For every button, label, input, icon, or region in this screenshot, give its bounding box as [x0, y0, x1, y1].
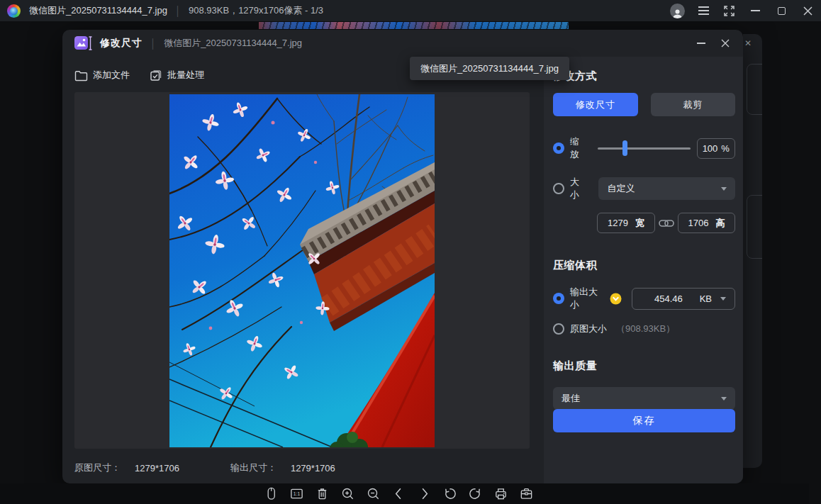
fullscreen-icon[interactable]: [722, 4, 735, 17]
batch-check-icon: [150, 69, 162, 82]
quality-value: 最佳: [562, 392, 580, 405]
close-icon: ✕: [744, 38, 752, 48]
width-suffix: 宽: [635, 217, 644, 230]
toolbox-icon[interactable]: [519, 486, 534, 501]
slider-track: [598, 147, 691, 150]
add-files-label: 添加文件: [93, 69, 130, 82]
settings-panel: 修改方式 修改尺寸 裁剪 缩放 100 % 大小: [544, 57, 743, 483]
trash-icon[interactable]: [315, 486, 330, 501]
app-titlebar: 微信图片_20250731134444_7.jpg │ 908.93KB，127…: [0, 0, 821, 21]
output-size-input[interactable]: 454.46 KB: [632, 288, 735, 310]
preview-image: [169, 94, 435, 447]
vip-badge-icon: [610, 293, 622, 305]
app-logo-icon: [7, 4, 21, 18]
ghost-box: [747, 195, 762, 259]
output-size-radio[interactable]: [553, 293, 564, 304]
dialog-filename: 微信图片_20250731134444_7.jpg: [164, 37, 302, 50]
scale-value-input[interactable]: 100 %: [697, 138, 735, 159]
slider-handle[interactable]: [622, 140, 627, 156]
scale-radio[interactable]: [553, 142, 564, 154]
scale-label: 缩放: [570, 135, 588, 161]
maximize-button[interactable]: [775, 4, 788, 17]
dialog-title: 修改尺寸: [100, 37, 143, 50]
resize-dialog-icon: [74, 35, 93, 51]
tab-crop[interactable]: 裁剪: [651, 93, 736, 116]
original-size-label: 原图尺寸：: [74, 461, 121, 474]
scale-value: 100: [703, 143, 718, 154]
save-button[interactable]: 保存: [553, 409, 735, 432]
chevron-down-icon: [721, 187, 727, 191]
mouse-icon[interactable]: [264, 486, 279, 501]
chevron-down-icon: [721, 397, 727, 401]
dialog-titlebar: 修改尺寸 │ 微信图片_20250731134444_7.jpg: [62, 30, 743, 57]
scale-slider[interactable]: [598, 140, 691, 156]
titlebar-file-meta: 908.93KB，1279x1706像素 - 1/3: [189, 4, 323, 17]
height-value: 1706: [688, 218, 709, 228]
user-avatar[interactable]: [670, 4, 685, 18]
scale-unit: %: [721, 143, 730, 154]
titlebar-filename: 微信图片_20250731134444_7.jpg: [29, 4, 167, 17]
width-input[interactable]: 1279 宽: [597, 213, 655, 233]
size-preset-dropdown[interactable]: 自定义: [598, 177, 735, 200]
dialog-minimize-button[interactable]: [695, 37, 708, 50]
output-size-option-label: 输出大小: [570, 286, 605, 311]
original-size-radio[interactable]: [553, 323, 564, 335]
background-photo-sliver: [259, 22, 569, 29]
output-size-unit: KB: [700, 293, 712, 304]
size-radio[interactable]: [553, 183, 564, 194]
output-size-value: 1279*1706: [291, 463, 335, 474]
minimize-button[interactable]: [749, 4, 761, 17]
size-label: 大小: [570, 176, 588, 201]
original-size-note: （908.93KB）: [616, 323, 675, 335]
dialog-title-separator: │: [150, 38, 156, 49]
previous-image-icon[interactable]: [391, 486, 406, 501]
tab-resize[interactable]: 修改尺寸: [553, 93, 638, 116]
folder-icon: [74, 69, 88, 82]
link-dimensions-icon[interactable]: [659, 217, 674, 230]
resize-dialog: 修改尺寸 │ 微信图片_20250731134444_7.jpg 添加文件: [62, 30, 743, 483]
background-dialog-edge: ✕: [743, 34, 762, 468]
chevron-down-icon: [720, 297, 726, 301]
close-button[interactable]: [801, 4, 814, 17]
height-input[interactable]: 1706 高: [678, 213, 735, 233]
zoom-in-icon[interactable]: [340, 486, 355, 501]
ghost-box: [747, 64, 762, 115]
compress-section-title: 压缩体积: [553, 259, 735, 272]
quality-section-title: 输出质量: [553, 359, 735, 373]
rotate-cw-icon[interactable]: [468, 486, 483, 501]
quality-dropdown[interactable]: 最佳: [553, 387, 735, 410]
original-size-value: 1279*1706: [135, 463, 179, 474]
add-files-button[interactable]: 添加文件: [74, 69, 130, 82]
next-image-icon[interactable]: [417, 486, 432, 501]
output-size-input-value: 454.46: [641, 293, 696, 304]
ratio-1-1-icon[interactable]: 1:1: [289, 486, 304, 501]
batch-process-label: 批量处理: [167, 69, 204, 82]
size-preset-value: 自定义: [607, 182, 635, 195]
width-value: 1279: [608, 218, 628, 228]
dialog-close-button[interactable]: [719, 37, 732, 50]
svg-text:1:1: 1:1: [293, 491, 300, 496]
filename-tooltip: 微信图片_20250731134444_7.jpg: [410, 57, 569, 80]
menu-icon[interactable]: [698, 6, 709, 15]
viewer-toolbar: 1:1: [0, 483, 809, 504]
original-size-option-label: 原图大小: [570, 323, 607, 335]
titlebar-separator: │: [175, 6, 181, 16]
mode-section-title: 修改方式: [553, 69, 735, 83]
zoom-out-icon[interactable]: [366, 486, 381, 501]
batch-process-button[interactable]: 批量处理: [150, 69, 204, 82]
rotate-ccw-icon[interactable]: [442, 486, 457, 501]
print-icon[interactable]: [493, 486, 508, 501]
preview-area: [74, 92, 530, 449]
height-suffix: 高: [715, 217, 725, 230]
output-size-label: 输出尺寸：: [230, 461, 277, 474]
app-window: ✕ 微信图片_20250731134444_7.jpg │ 908.93KB，1…: [0, 0, 821, 504]
